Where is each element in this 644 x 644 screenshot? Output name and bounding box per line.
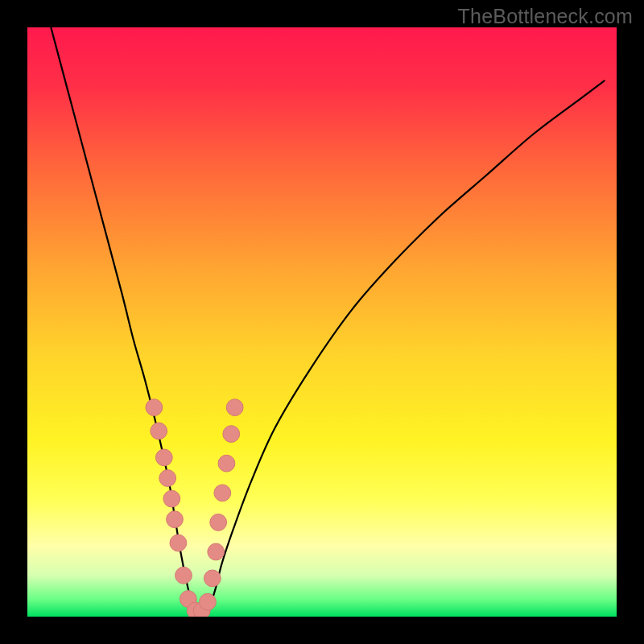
curve-marker — [200, 593, 217, 610]
watermark-text: TheBottleneck.com — [458, 5, 633, 28]
plot-area — [27, 27, 617, 617]
curve-marker — [151, 423, 167, 440]
curve-marker — [214, 485, 231, 502]
curve-marker — [210, 514, 227, 530]
curve-marker — [159, 470, 176, 487]
chart-stage: TheBottleneck.com — [0, 0, 644, 644]
curve-marker — [223, 426, 240, 443]
curve-marker — [163, 490, 180, 507]
curve-marker — [204, 570, 221, 587]
bottleneck-chart-svg — [0, 0, 644, 644]
curve-marker — [175, 567, 192, 584]
curve-marker — [155, 449, 172, 466]
curve-marker — [208, 543, 225, 560]
curve-marker — [146, 399, 163, 416]
curve-marker — [218, 455, 235, 472]
curve-marker — [226, 399, 243, 416]
curve-marker — [170, 535, 187, 551]
curve-marker — [167, 511, 184, 528]
